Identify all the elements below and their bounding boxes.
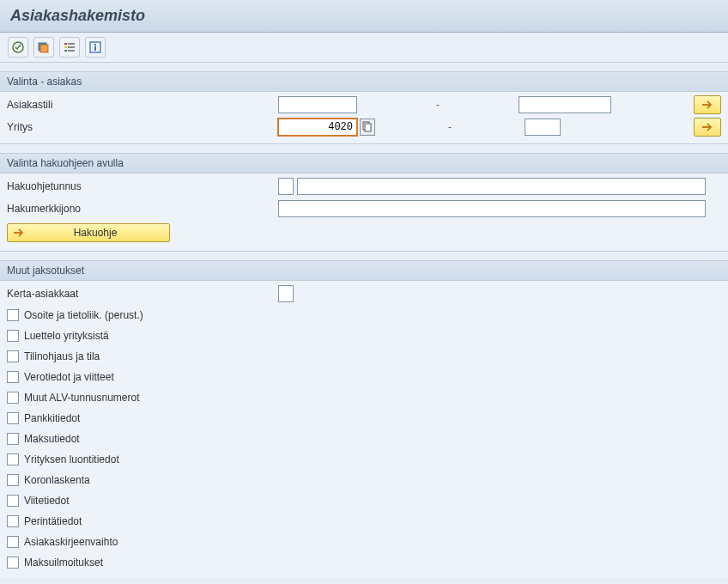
svg-rect-10 — [94, 44, 96, 46]
dash-asiakastili: - — [361, 99, 515, 111]
check-row: Perintätiedot — [0, 511, 728, 532]
section-muut-jaksotukset: Muut jaksotukset Kerta-asiakkaat Osoite … — [0, 260, 728, 578]
row-kerta-asiakkaat: Kerta-asiakkaat — [0, 283, 728, 305]
checkbox[interactable] — [7, 453, 19, 465]
checkbox[interactable] — [7, 536, 19, 548]
title-bar: Asiakashakemisto — [0, 0, 728, 33]
list-button[interactable] — [60, 38, 79, 57]
section-header-muut-jaksotukset: Muut jaksotukset — [0, 261, 728, 281]
toolbar — [0, 33, 728, 63]
hakuohje-button[interactable]: Hakuohje — [7, 223, 170, 242]
checkbox-label: Pankkitiedot — [24, 412, 80, 424]
check-row: Maksutiedot — [0, 429, 728, 449]
dash-yritys: - — [379, 121, 521, 133]
checkbox[interactable] — [7, 412, 19, 424]
section-body-valinta-asiakas: Asiakastili - Yritys - — [0, 92, 728, 143]
label-hakuohjetunnus: Hakuohjetunnus — [0, 180, 275, 192]
check-row: Pankkitiedot — [0, 408, 728, 429]
checkbox-label: Viitetiedot — [24, 495, 69, 507]
input-asiakastili-from[interactable] — [278, 96, 357, 113]
list-colored-icon — [63, 40, 76, 54]
checkbox-label: Maksutiedot — [24, 433, 80, 445]
section-valinta-hakuohjeen: Valinta hakuohjeen avulla Hakuohjetunnus… — [0, 153, 728, 252]
label-yritys: Yritys — [0, 121, 275, 133]
check-row: Koronlaskenta — [0, 470, 728, 490]
checkbox-label: Muut ALV-tunnusnumerot — [24, 392, 140, 404]
input-hakuohjetunnus-flag[interactable] — [278, 178, 294, 195]
section-valinta-asiakas: Valinta - asiakas Asiakastili - Yritys - — [0, 71, 728, 144]
checkbox-label: Verotiedot ja viitteet — [24, 371, 114, 383]
check-row: Osoite ja tietoliik. (perust.) — [0, 305, 728, 325]
checkbox-label: Asiakaskirjeenvaihto — [24, 536, 118, 548]
clock-check-icon — [11, 40, 25, 54]
check-row: Tilinohjaus ja tila — [0, 346, 728, 367]
svg-rect-11 — [94, 46, 96, 51]
check-row: Yrityksen luontitiedot — [0, 449, 728, 470]
checkbox-label: Maksuilmoitukset — [24, 557, 103, 569]
svg-rect-3 — [64, 43, 67, 45]
checkbox[interactable] — [7, 495, 19, 507]
svg-rect-4 — [68, 43, 75, 45]
checkbox[interactable] — [7, 309, 19, 321]
check-row: Muut ALV-tunnusnumerot — [0, 387, 728, 408]
check-row: Verotiedot ja viitteet — [0, 367, 728, 387]
checkbox[interactable] — [7, 371, 19, 383]
check-row: Luettelo yrityksistä — [0, 325, 728, 346]
input-hakuohjetunnus-value[interactable] — [297, 178, 706, 195]
hakuohje-button-label: Hakuohje — [33, 227, 169, 239]
checkbox[interactable] — [7, 474, 19, 486]
input-yritys-from[interactable] — [278, 119, 357, 136]
svg-rect-13 — [365, 124, 371, 131]
checkbox[interactable] — [7, 557, 19, 569]
row-hakumerkkijono: Hakumerkkijono — [0, 198, 728, 220]
checkbox-label: Koronlaskenta — [24, 474, 90, 486]
input-kerta-asiakkaat[interactable] — [278, 285, 294, 302]
checkbox[interactable] — [7, 515, 19, 527]
input-asiakastili-to[interactable] — [519, 96, 611, 113]
multiselect-asiakastili-button[interactable] — [694, 95, 721, 114]
checkbox[interactable] — [7, 392, 19, 404]
label-hakumerkkijono: Hakumerkkijono — [0, 203, 275, 215]
row-yritys: Yritys - — [0, 116, 728, 138]
arrow-right-icon — [701, 100, 713, 110]
label-kerta-asiakkaat: Kerta-asiakkaat — [0, 288, 275, 300]
checkbox-label: Yrityksen luontitiedot — [24, 453, 119, 465]
checkbox-label: Osoite ja tietoliik. (perust.) — [24, 309, 143, 321]
check-row: Viitetiedot — [0, 490, 728, 511]
section-body-muut-jaksotukset: Kerta-asiakkaat Osoite ja tietoliik. (pe… — [0, 281, 728, 578]
section-body-valinta-hakuohjeen: Hakuohjetunnus Hakumerkkijono Hakuohje — [0, 173, 728, 251]
svg-rect-8 — [68, 50, 75, 52]
checkbox[interactable] — [7, 350, 19, 362]
checkbox-label: Perintätiedot — [24, 515, 82, 527]
arrow-right-icon — [13, 228, 25, 238]
multiselect-yritys-button[interactable] — [694, 118, 721, 137]
check-row: Asiakaskirjeenvaihto — [0, 532, 728, 552]
checkbox[interactable] — [7, 433, 19, 445]
execute-button[interactable] — [9, 38, 27, 57]
info-button[interactable] — [86, 38, 105, 57]
arrow-right-icon — [701, 122, 713, 132]
input-yritys-to[interactable] — [525, 119, 561, 136]
stack-icon — [37, 40, 51, 54]
checkbox[interactable] — [7, 330, 19, 342]
info-icon — [88, 40, 102, 54]
section-header-valinta-asiakas: Valinta - asiakas — [0, 72, 728, 92]
row-hakuohjetunnus: Hakuohjetunnus — [0, 175, 728, 198]
check-row: Maksuilmoitukset — [0, 552, 728, 573]
overview-button[interactable] — [34, 38, 53, 57]
svg-rect-6 — [68, 46, 75, 48]
checkbox-label: Luettelo yrityksistä — [24, 330, 109, 342]
search-help-icon — [362, 121, 373, 133]
page-title: Asiakashakemisto — [10, 7, 145, 24]
label-asiakastili: Asiakastili — [0, 99, 275, 111]
svg-rect-7 — [64, 50, 67, 52]
section-header-valinta-hakuohjeen: Valinta hakuohjeen avulla — [0, 154, 728, 173]
row-asiakastili: Asiakastili - — [0, 94, 728, 116]
input-hakumerkkijono[interactable] — [278, 200, 706, 217]
svg-rect-2 — [40, 45, 48, 52]
checkbox-label: Tilinohjaus ja tila — [24, 350, 100, 362]
f4-yritys-button[interactable] — [360, 119, 375, 136]
svg-rect-5 — [64, 46, 67, 48]
